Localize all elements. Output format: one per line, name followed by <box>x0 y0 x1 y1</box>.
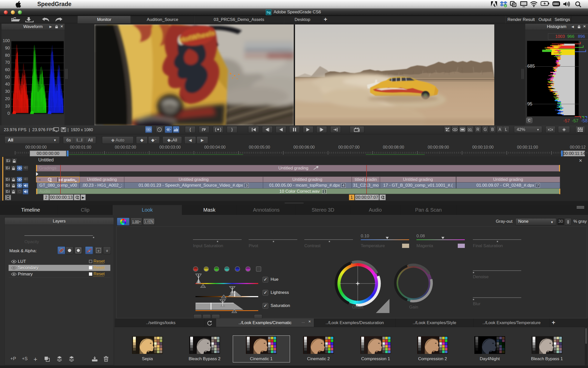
svg-text:α: α <box>106 249 108 252</box>
svg-text:α: α <box>97 249 99 252</box>
